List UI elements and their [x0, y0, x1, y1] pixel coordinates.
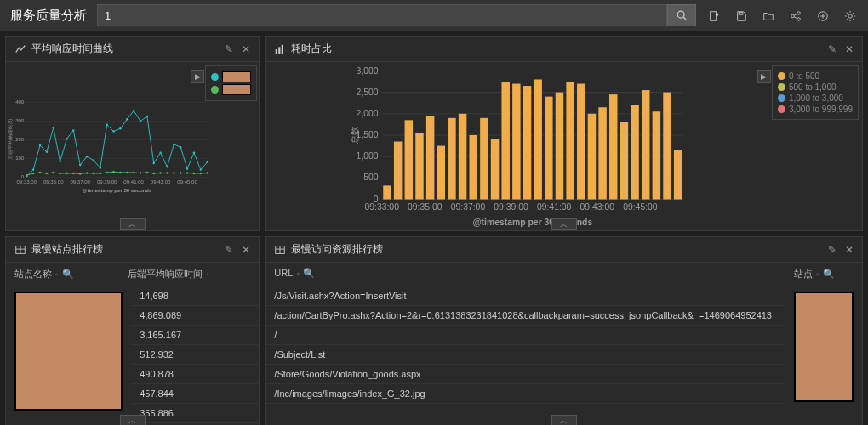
table-row[interactable]: /Subject/List — [266, 345, 785, 365]
panel-avg-response: 平均响应时间曲线 ✎✕ 010020030040009:33:0009:35:0… — [5, 36, 260, 231]
chevron-up-icon[interactable]: ︿ — [551, 415, 577, 425]
cell: /Store/Goods/Violation_goods.aspx — [274, 369, 777, 379]
col-header[interactable]: 站点名称◦🔍 — [14, 268, 128, 280]
gear-icon[interactable] — [844, 8, 856, 22]
svg-text:09:41:00: 09:41:00 — [123, 179, 144, 184]
edit-icon[interactable]: ✎ — [828, 244, 837, 256]
svg-text:09:39:00: 09:39:00 — [494, 202, 529, 212]
svg-rect-128 — [609, 94, 617, 199]
add-icon[interactable] — [817, 8, 829, 22]
svg-point-49 — [186, 167, 188, 169]
close-icon[interactable]: ✕ — [242, 43, 250, 55]
save-icon[interactable] — [735, 8, 747, 22]
close-icon[interactable]: ✕ — [845, 43, 854, 55]
svg-point-42 — [140, 120, 141, 122]
edit-icon[interactable]: ✎ — [225, 43, 233, 55]
chevron-up-icon[interactable]: ︿ — [120, 415, 146, 425]
svg-point-50 — [193, 152, 195, 154]
share-icon[interactable] — [790, 8, 802, 22]
svg-point-37 — [106, 124, 107, 126]
dashboard-grid: 平均响应时间曲线 ✎✕ 010020030040009:33:0009:35:0… — [0, 31, 868, 425]
svg-text:总数: 总数 — [350, 127, 359, 144]
svg-point-8 — [797, 18, 801, 21]
close-icon[interactable]: ✕ — [242, 244, 250, 256]
svg-rect-122 — [545, 97, 552, 200]
table-row[interactable]: /Store/Goods/Violation_goods.aspx — [266, 365, 785, 384]
chevron-up-icon[interactable]: ︿ — [551, 218, 577, 230]
legend-toggle-icon[interactable]: ▶ — [757, 70, 771, 83]
svg-rect-124 — [567, 82, 574, 200]
legend-toggle-icon[interactable]: ▶ — [191, 70, 204, 83]
svg-text:09:35:00: 09:35:00 — [408, 202, 443, 212]
svg-point-56 — [46, 173, 48, 174]
svg-rect-114 — [459, 114, 466, 200]
svg-rect-125 — [577, 84, 585, 200]
filter-icon[interactable]: 🔍 — [303, 268, 315, 278]
svg-text:09:37:00: 09:37:00 — [70, 179, 90, 184]
svg-text:09:43:00: 09:43:00 — [580, 202, 615, 212]
sort-icon: ◦ — [206, 269, 209, 279]
panel-body: 05001,0001,5002,0002,5003,00009:33:0009:… — [266, 62, 862, 230]
table-row[interactable]: /Js/Visit.ashx?Action=InsertVisit — [266, 286, 785, 306]
open-icon[interactable] — [762, 8, 774, 22]
table-row[interactable]: 355.886 — [131, 404, 259, 423]
table-row[interactable]: 490.878 — [131, 365, 259, 384]
svg-point-30 — [59, 160, 60, 162]
panel-slow-urls: 最慢访问资源排行榜 ✎✕ URL◦🔍 站点◦🔍 /Js/Visit.ashx?A… — [265, 236, 863, 425]
svg-text:2,000: 2,000 — [357, 109, 379, 118]
search-button[interactable] — [667, 4, 696, 26]
svg-text:400: 400 — [15, 99, 25, 105]
legend-label: 0 to 500 — [789, 71, 819, 81]
cell: /Subject/List — [274, 349, 777, 360]
table-row[interactable]: 14,698 — [131, 286, 259, 306]
col-header[interactable]: 站点◦🔍 — [794, 268, 854, 280]
col-header[interactable]: 后端平均响应时间◦ — [128, 268, 250, 280]
col-header[interactable]: URL◦🔍 — [274, 268, 794, 280]
new-icon[interactable] — [708, 8, 720, 22]
svg-point-36 — [100, 167, 101, 168]
svg-point-53 — [26, 174, 27, 176]
svg-rect-119 — [512, 84, 520, 200]
svg-rect-121 — [534, 79, 542, 199]
svg-text:09:33:00: 09:33:00 — [17, 179, 37, 184]
svg-point-60 — [72, 173, 74, 174]
chart-legend[interactable]: ▶ 0 to 500 500 to 1,000 1,000 to 3,000 3… — [772, 65, 859, 120]
legend-label: 3,000 to 999,999 — [789, 105, 853, 114]
table-row[interactable]: 512.932 — [131, 345, 259, 365]
table-header-row: 站点名称◦🔍 后端平均响应时间◦ — [6, 263, 259, 286]
legend-label-redacted: xxxx — [222, 71, 251, 82]
table-row[interactable]: /Inc/images/limages/index_G_32.jpg — [266, 384, 785, 404]
table-row[interactable]: 3,165.167 — [131, 326, 259, 345]
svg-point-28 — [46, 150, 48, 152]
sort-icon: ◦ — [296, 269, 300, 278]
edit-icon[interactable]: ✎ — [225, 244, 233, 256]
filter-icon[interactable]: 🔍 — [62, 269, 74, 279]
search-input[interactable] — [97, 4, 667, 26]
svg-rect-132 — [653, 111, 660, 199]
svg-rect-107 — [384, 185, 391, 199]
cell: /action/CartByPro.ashx?Action=2&r=0.6131… — [274, 310, 777, 320]
edit-icon[interactable]: ✎ — [828, 43, 837, 55]
svg-text:3,000: 3,000 — [357, 66, 379, 76]
table-row[interactable]: 457.844 — [131, 384, 259, 404]
svg-rect-116 — [481, 118, 488, 200]
svg-point-47 — [173, 144, 174, 145]
cell: 457.844 — [140, 388, 174, 399]
table-row[interactable]: / — [266, 326, 785, 345]
svg-point-39 — [119, 128, 121, 129]
chevron-up-icon[interactable]: ︿ — [120, 218, 146, 230]
svg-point-65 — [106, 172, 107, 173]
close-icon[interactable]: ✕ — [845, 244, 854, 256]
svg-rect-133 — [664, 93, 671, 200]
sort-icon: ◦ — [816, 269, 819, 279]
filter-icon[interactable]: 🔍 — [823, 269, 835, 279]
svg-point-67 — [119, 172, 121, 173]
search-wrap — [97, 4, 696, 26]
table-row[interactable]: 4,869.089 — [131, 306, 259, 326]
svg-rect-112 — [437, 146, 445, 200]
table-row[interactable]: /action/CartByPro.ashx?Action=2&r=0.6131… — [266, 306, 785, 326]
svg-text:100: 100 — [15, 156, 25, 161]
chart-legend[interactable]: ▶ xxxx xxxx — [205, 65, 257, 101]
svg-rect-131 — [642, 90, 649, 199]
cell: / — [274, 330, 777, 340]
